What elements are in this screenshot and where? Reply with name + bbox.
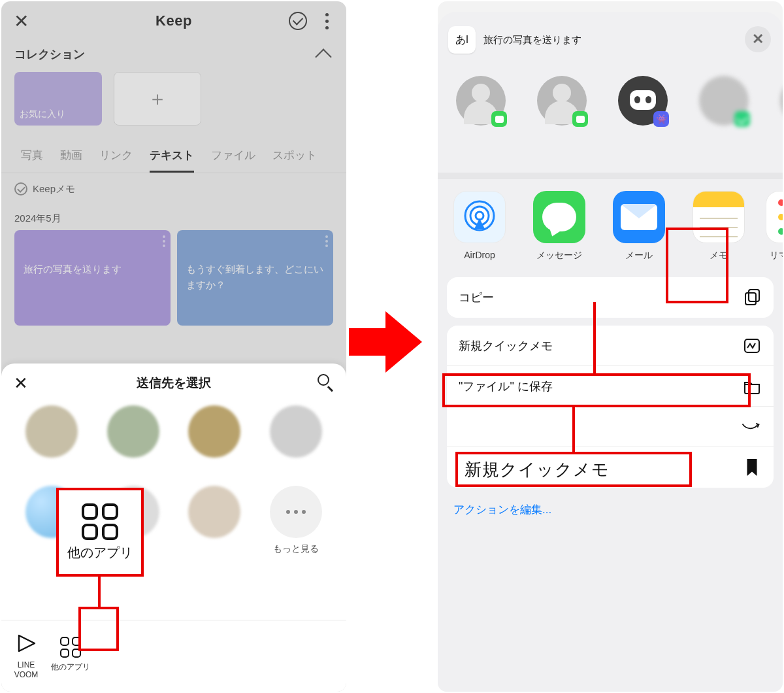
highlight-notes-app	[666, 228, 728, 303]
share-preview-row: あI 旅行の写真を送ります ✕	[438, 20, 783, 60]
share-contact[interactable]	[447, 76, 515, 154]
share-contacts-row: 👾	[438, 60, 783, 173]
bookmark-icon	[742, 458, 762, 477]
share-contact[interactable]	[259, 405, 334, 474]
share-contact[interactable]	[528, 76, 596, 154]
check-circle-icon[interactable]	[289, 12, 307, 30]
tab-photos[interactable]: 写真	[21, 148, 43, 173]
highlight-quick-memo-row	[442, 373, 751, 407]
action-label: コピー	[459, 290, 494, 305]
collection-tiles: お気に入り ＋	[1, 65, 346, 126]
section-divider	[438, 173, 783, 179]
app-label: メール	[625, 250, 653, 262]
share-apps-row: AirDrop メッセージ メール メモ	[438, 179, 783, 272]
collection-header[interactable]: コレクション	[1, 41, 346, 65]
share-contact[interactable]	[14, 405, 90, 474]
amazon-search-action[interactable]	[447, 407, 774, 447]
share-contact[interactable]	[177, 405, 252, 474]
check-icon	[14, 182, 27, 195]
chevron-up-icon	[315, 48, 331, 65]
other-apps-label: 他のアプリ	[51, 662, 90, 673]
tab-videos[interactable]: 動画	[60, 148, 82, 173]
share-contacts-grid: もっと見る	[1, 403, 346, 555]
messages-button[interactable]: メッセージ	[527, 191, 592, 262]
quick-memo-icon	[742, 336, 762, 356]
tab-links[interactable]: リンク	[99, 148, 133, 173]
memo-card[interactable]: もうすぐ到着します、どこにいますか？	[177, 230, 333, 326]
annotation-line	[98, 577, 101, 608]
highlight-other-apps-small	[78, 607, 119, 651]
keep-header: ✕ Keep	[1, 1, 346, 41]
apps-grid-icon	[82, 503, 118, 540]
memo-text: 旅行の写真を送ります	[24, 262, 161, 277]
keep-memo-label: Keepメモ	[33, 183, 75, 195]
keep-memo-row[interactable]: Keepメモ	[1, 173, 346, 198]
search-icon[interactable]	[318, 374, 336, 392]
memo-cards: 旅行の写真を送ります もうすぐ到着します、どこにいますか？	[1, 230, 346, 326]
discord-badge-icon: 👾	[653, 111, 669, 127]
share-contact[interactable]	[96, 405, 171, 474]
keep-tabs: 写真 動画 リンク テキスト ファイル スポット	[1, 126, 346, 173]
svg-marker-0	[19, 635, 35, 651]
share-sheet: ✕ 送信先を選択 もっと見る LI	[1, 363, 346, 692]
ios-share-sheet: あI 旅行の写真を送ります ✕ 👾	[438, 12, 783, 692]
app-badge-icon	[734, 111, 750, 127]
edit-actions-link[interactable]: アクションを編集...	[438, 498, 783, 517]
messages-badge-icon	[491, 111, 507, 127]
share-more-button[interactable]: もっと見る	[259, 486, 334, 555]
share-preview-chip[interactable]: あI 旅行の写真を送ります	[448, 26, 581, 54]
annotation-line	[572, 406, 575, 454]
amazon-icon	[740, 417, 762, 437]
discord-icon: 👾	[618, 76, 668, 126]
quick-memo-action[interactable]: 新規クイックメモ	[447, 326, 774, 366]
share-contact[interactable]	[771, 76, 783, 154]
share-contact[interactable]	[177, 486, 252, 555]
voom-icon	[13, 630, 39, 656]
action-label: 新規クイックメモ	[459, 338, 553, 354]
copy-icon	[742, 288, 762, 307]
text-input-icon: あI	[448, 26, 476, 54]
svg-rect-5	[749, 290, 759, 301]
collection-title: コレクション	[14, 46, 85, 62]
tab-files[interactable]: ファイル	[211, 148, 255, 173]
flow-arrow-icon	[349, 311, 423, 373]
app-label: リマ	[770, 250, 783, 262]
mail-icon	[613, 191, 665, 243]
date-section-label: 2024年5月	[1, 198, 346, 230]
line-voom-button[interactable]: LINE VOOM	[13, 630, 39, 679]
share-contact[interactable]: 👾	[609, 76, 677, 154]
annotation-line	[593, 302, 596, 375]
left-phone-frame: ✕ Keep コレクション お気に入り ＋ 写真 動画 リンク テキスト ファイ…	[1, 1, 346, 692]
favorites-tile[interactable]: お気に入り	[14, 72, 102, 126]
favorites-label: お気に入り	[20, 109, 65, 120]
sheet-title: 送信先を選択	[1, 375, 346, 392]
close-icon[interactable]: ✕	[745, 26, 771, 52]
callout-other-apps-large: 他のアプリ	[56, 488, 144, 577]
app-label: AirDrop	[464, 250, 495, 260]
share-preview-text: 旅行の写真を送ります	[483, 34, 581, 46]
tab-spots[interactable]: スポット	[272, 148, 317, 173]
card-more-icon[interactable]	[163, 235, 165, 247]
memo-text: もうすぐ到着します、どこにいますか？	[186, 262, 324, 293]
kebab-menu-icon[interactable]	[319, 10, 335, 31]
messages-icon	[533, 191, 585, 243]
share-sheet-bottom-bar: LINE VOOM 他のアプリ	[1, 620, 346, 692]
airdrop-button[interactable]: AirDrop	[447, 191, 512, 262]
mail-button[interactable]: メール	[606, 191, 672, 262]
share-sheet-header: ✕ 送信先を選択	[1, 363, 346, 403]
tab-text[interactable]: テキスト	[150, 148, 194, 173]
right-phone-frame: あI 旅行の写真を送ります ✕ 👾	[438, 1, 783, 692]
more-icon	[766, 191, 783, 243]
card-more-icon[interactable]	[325, 235, 328, 247]
voom-label: LINE VOOM	[14, 660, 39, 679]
add-collection-tile[interactable]: ＋	[114, 72, 201, 126]
share-contact[interactable]	[690, 76, 758, 154]
app-label: メッセージ	[536, 250, 582, 262]
airdrop-icon	[453, 191, 506, 243]
messages-badge-icon	[572, 111, 588, 127]
callout-quick-memo: 新規クイックメモ	[455, 452, 692, 487]
callout-label: 他のアプリ	[67, 544, 133, 562]
memo-card[interactable]: 旅行の写真を送ります	[14, 230, 171, 326]
more-apps-button[interactable]: リマ	[766, 191, 783, 262]
svg-rect-4	[745, 293, 756, 305]
